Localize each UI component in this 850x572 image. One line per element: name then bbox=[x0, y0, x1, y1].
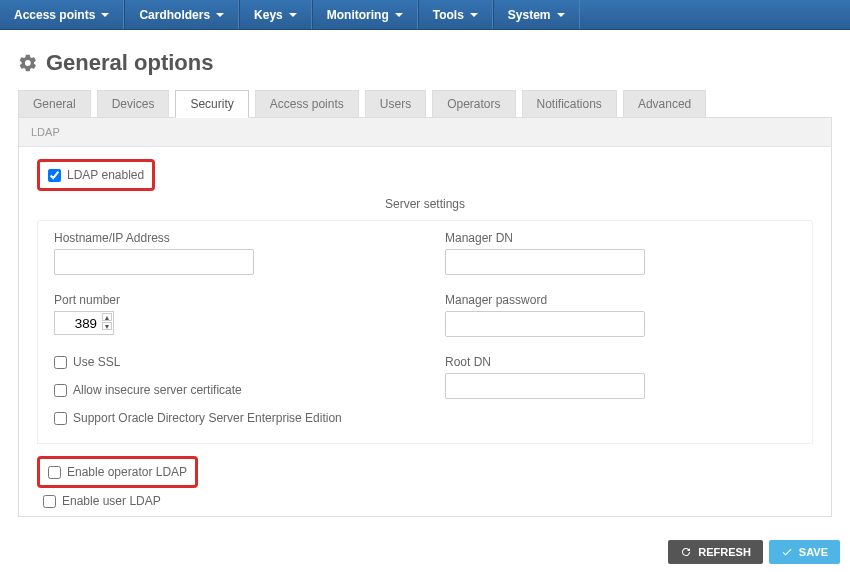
save-label: SAVE bbox=[799, 546, 828, 558]
manager-pw-input[interactable] bbox=[445, 311, 645, 337]
caret-down-icon bbox=[395, 13, 403, 17]
allow-insecure-row[interactable]: Allow insecure server certificate bbox=[54, 383, 405, 397]
manager-dn-input[interactable] bbox=[445, 249, 645, 275]
settings-panel[interactable]: LDAP LDAP enabled Server settings Hostna… bbox=[18, 117, 832, 517]
tab-advanced[interactable]: Advanced bbox=[623, 90, 706, 118]
ldap-section-header: LDAP bbox=[19, 118, 831, 147]
tab-users[interactable]: Users bbox=[365, 90, 426, 118]
use-ssl-label: Use SSL bbox=[73, 355, 120, 369]
spinner-down-icon[interactable]: ▼ bbox=[102, 322, 112, 330]
tabs: General Devices Security Access points U… bbox=[18, 90, 832, 118]
caret-down-icon bbox=[289, 13, 297, 17]
hostname-input[interactable] bbox=[54, 249, 254, 275]
tab-operators[interactable]: Operators bbox=[432, 90, 515, 118]
highlight-ldap-enabled: LDAP enabled bbox=[37, 159, 155, 191]
enable-operator-label: Enable operator LDAP bbox=[67, 465, 187, 479]
highlight-enable-operator: Enable operator LDAP bbox=[37, 456, 198, 488]
spinner-up-icon[interactable]: ▲ bbox=[102, 313, 112, 321]
support-oracle-label: Support Oracle Directory Server Enterpri… bbox=[73, 411, 342, 425]
enable-user-label: Enable user LDAP bbox=[62, 494, 161, 508]
ldap-enabled-checkbox[interactable] bbox=[48, 169, 61, 182]
save-button[interactable]: SAVE bbox=[769, 540, 840, 564]
enable-user-checkbox[interactable] bbox=[43, 495, 56, 508]
manager-pw-label: Manager password bbox=[445, 293, 796, 307]
footer-actions: REFRESH SAVE bbox=[668, 540, 840, 564]
page-title: General options bbox=[18, 50, 832, 76]
enable-user-row[interactable]: Enable user LDAP bbox=[43, 494, 813, 508]
caret-down-icon bbox=[470, 13, 478, 17]
ldap-enabled-row[interactable]: LDAP enabled bbox=[48, 168, 144, 182]
port-label: Port number bbox=[54, 293, 405, 307]
hostname-label: Hostname/IP Address bbox=[54, 231, 405, 245]
nav-label: Access points bbox=[14, 8, 95, 22]
enable-operator-checkbox[interactable] bbox=[48, 466, 61, 479]
nav-label: Tools bbox=[433, 8, 464, 22]
enable-operator-row[interactable]: Enable operator LDAP bbox=[48, 465, 187, 479]
tab-devices[interactable]: Devices bbox=[97, 90, 170, 118]
server-settings-legend: Server settings bbox=[37, 197, 813, 211]
top-nav: Access points Cardholders Keys Monitorin… bbox=[0, 0, 850, 30]
nav-monitoring[interactable]: Monitoring bbox=[312, 0, 418, 29]
nav-cardholders[interactable]: Cardholders bbox=[124, 0, 239, 29]
caret-down-icon bbox=[101, 13, 109, 17]
nav-system[interactable]: System bbox=[493, 0, 580, 29]
caret-down-icon bbox=[216, 13, 224, 17]
tab-notifications[interactable]: Notifications bbox=[522, 90, 617, 118]
support-oracle-row[interactable]: Support Oracle Directory Server Enterpri… bbox=[54, 411, 405, 425]
allow-insecure-label: Allow insecure server certificate bbox=[73, 383, 242, 397]
nav-access-points[interactable]: Access points bbox=[0, 0, 124, 29]
nav-label: Cardholders bbox=[139, 8, 210, 22]
port-spinner: ▲ ▼ bbox=[102, 313, 112, 330]
refresh-icon bbox=[680, 546, 692, 558]
nav-label: System bbox=[508, 8, 551, 22]
manager-dn-label: Manager DN bbox=[445, 231, 796, 245]
ldap-enabled-label: LDAP enabled bbox=[67, 168, 144, 182]
nav-keys[interactable]: Keys bbox=[239, 0, 312, 29]
use-ssl-checkbox[interactable] bbox=[54, 356, 67, 369]
nav-label: Monitoring bbox=[327, 8, 389, 22]
refresh-label: REFRESH bbox=[698, 546, 751, 558]
root-dn-label: Root DN bbox=[445, 355, 796, 369]
caret-down-icon bbox=[557, 13, 565, 17]
use-ssl-row[interactable]: Use SSL bbox=[54, 355, 405, 369]
tab-access-points[interactable]: Access points bbox=[255, 90, 359, 118]
root-dn-input[interactable] bbox=[445, 373, 645, 399]
tab-security[interactable]: Security bbox=[175, 90, 248, 118]
page-title-text: General options bbox=[46, 50, 213, 76]
check-icon bbox=[781, 546, 793, 558]
tab-general[interactable]: General bbox=[18, 90, 91, 118]
nav-tools[interactable]: Tools bbox=[418, 0, 493, 29]
nav-label: Keys bbox=[254, 8, 283, 22]
allow-insecure-checkbox[interactable] bbox=[54, 384, 67, 397]
refresh-button[interactable]: REFRESH bbox=[668, 540, 763, 564]
support-oracle-checkbox[interactable] bbox=[54, 412, 67, 425]
gear-icon bbox=[18, 53, 38, 73]
